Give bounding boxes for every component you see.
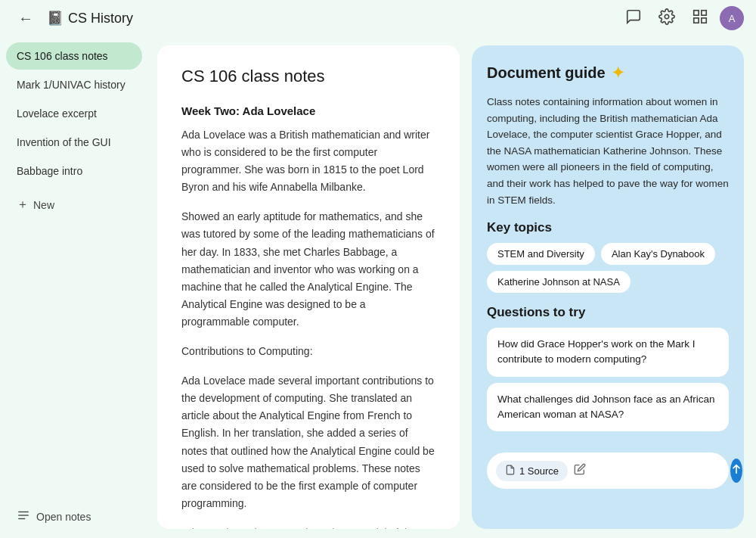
new-label: New — [33, 199, 54, 211]
document-panel: CS 106 class notes Week Two: Ada Lovelac… — [157, 45, 460, 529]
avatar[interactable]: A — [720, 6, 744, 30]
back-button[interactable]: ← — [12, 5, 39, 32]
svg-rect-4 — [702, 17, 706, 22]
main-layout: CS 106 class notes Mark 1/UNIVAC history… — [0, 36, 756, 538]
key-topics-title: Key topics — [487, 220, 729, 235]
settings-icon — [658, 8, 675, 29]
svg-rect-3 — [694, 17, 699, 22]
settings-button[interactable] — [653, 5, 680, 32]
sidebar-item-babbage[interactable]: Babbage intro — [6, 157, 142, 185]
topic-chip-katherine[interactable]: Katherine Johnson at NASA — [487, 271, 631, 293]
topbar: ← 📓 CS History — [0, 0, 756, 36]
question-card-2[interactable]: What challenges did Johnson face as an A… — [487, 383, 729, 432]
plus-icon: ＋ — [17, 197, 29, 213]
svg-rect-2 — [702, 10, 706, 14]
layout-icon — [692, 8, 708, 29]
send-button[interactable] — [730, 459, 742, 483]
pencil-icon — [574, 463, 586, 478]
app-title: 📓 CS History — [47, 10, 133, 26]
guide-input[interactable] — [592, 465, 724, 477]
guide-title-text: Document guide — [487, 64, 606, 82]
source-icon — [505, 465, 516, 477]
doc-paragraph-3: Ada Lovelace made several important cont… — [181, 372, 435, 512]
svg-point-0 — [665, 14, 669, 19]
new-note-button[interactable]: ＋ New — [6, 189, 142, 220]
content-area: CS 106 class notes Week Two: Ada Lovelac… — [148, 36, 756, 538]
notebook-icon: 📓 — [47, 10, 64, 26]
topics-chips: STEM and Diversity Alan Kay's Dynabook K… — [487, 243, 729, 293]
doc-paragraph-contributions: Contributions to Computing: — [181, 343, 435, 360]
topic-chip-stem[interactable]: STEM and Diversity — [487, 243, 595, 265]
send-icon — [730, 463, 742, 478]
document-section-title: Week Two: Ada Lovelace — [181, 104, 435, 117]
questions-title: Questions to try — [487, 305, 729, 320]
question-card-1[interactable]: How did Grace Hopper's work on the Mark … — [487, 328, 729, 377]
chat-button[interactable] — [620, 5, 647, 32]
source-badge[interactable]: 1 Source — [496, 461, 568, 481]
chat-icon — [625, 8, 642, 29]
app-title-text: CS History — [68, 11, 133, 26]
sparkle-icon: ✦ — [612, 64, 624, 82]
document-title: CS 106 class notes — [181, 67, 435, 86]
svg-rect-1 — [694, 10, 699, 14]
doc-paragraph-1: Ada Lovelace was a British mathematician… — [181, 126, 435, 196]
open-notes-label: Open notes — [36, 511, 91, 523]
doc-paragraph-4: Ada Lovelace also wrote about the potent… — [181, 524, 435, 529]
layout-button[interactable] — [686, 5, 714, 32]
open-notes-button[interactable]: Open notes — [6, 501, 142, 532]
source-label: 1 Source — [519, 465, 559, 477]
sidebar: CS 106 class notes Mark 1/UNIVAC history… — [0, 36, 148, 538]
questions-section: Questions to try How did Grace Hopper's … — [487, 305, 729, 437]
topic-chip-dynabook[interactable]: Alan Kay's Dynabook — [601, 243, 715, 265]
back-icon: ← — [18, 10, 33, 27]
sidebar-item-invention[interactable]: Invention of the GUI — [6, 129, 142, 156]
sidebar-item-mark1[interactable]: Mark 1/UNIVAC history — [6, 71, 142, 98]
sidebar-item-cs106[interactable]: CS 106 class notes — [6, 42, 142, 70]
sidebar-item-lovelace[interactable]: Lovelace excerpt — [6, 100, 142, 127]
guide-description: Class notes containing information about… — [487, 94, 729, 208]
guide-title: Document guide ✦ — [487, 64, 729, 82]
topbar-icons: A — [620, 5, 744, 32]
topbar-left: ← 📓 CS History — [12, 5, 133, 32]
guide-panel: Document guide ✦ Class notes containing … — [472, 45, 744, 529]
guide-input-row: 1 Source — [487, 452, 729, 489]
open-notes-icon — [17, 508, 30, 524]
key-topics-section: Key topics STEM and Diversity Alan Kay's… — [487, 220, 729, 293]
doc-paragraph-2: Showed an early aptitude for mathematics… — [181, 208, 435, 331]
